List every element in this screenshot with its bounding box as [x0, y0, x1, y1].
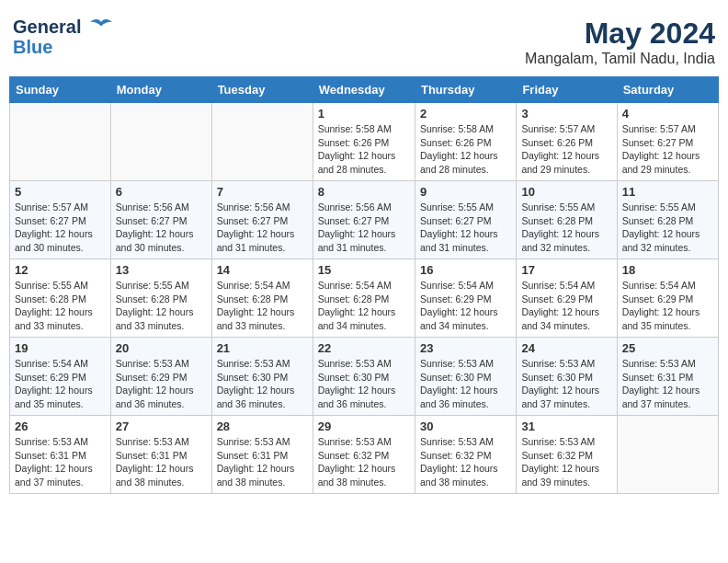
day-info: Sunrise: 5:58 AMSunset: 6:26 PMDaylight:… [420, 122, 511, 177]
calendar-cell: 28Sunrise: 5:53 AMSunset: 6:31 PMDayligh… [211, 416, 313, 494]
day-number: 16 [420, 263, 511, 277]
day-info: Sunrise: 5:54 AMSunset: 6:28 PMDaylight:… [217, 279, 308, 333]
calendar-cell: 6Sunrise: 5:56 AMSunset: 6:27 PMDaylight… [110, 181, 211, 259]
day-info: Sunrise: 5:53 AMSunset: 6:32 PMDaylight:… [420, 435, 511, 489]
calendar-cell: 23Sunrise: 5:53 AMSunset: 6:30 PMDayligh… [415, 338, 516, 416]
day-number: 20 [116, 341, 207, 355]
day-info: Sunrise: 5:55 AMSunset: 6:28 PMDaylight:… [15, 279, 106, 333]
day-info: Sunrise: 5:54 AMSunset: 6:29 PMDaylight:… [521, 279, 611, 333]
day-number: 1 [318, 107, 410, 121]
calendar-week-row: 5Sunrise: 5:57 AMSunset: 6:27 PMDaylight… [10, 181, 719, 259]
calendar-cell: 21Sunrise: 5:53 AMSunset: 6:30 PMDayligh… [211, 338, 313, 416]
day-info: Sunrise: 5:55 AMSunset: 6:28 PMDaylight:… [116, 279, 207, 333]
weekday-header: Friday [517, 77, 617, 103]
weekday-header: Sunday [10, 77, 111, 103]
day-number: 14 [217, 263, 308, 277]
calendar-cell: 16Sunrise: 5:54 AMSunset: 6:29 PMDayligh… [415, 259, 516, 338]
calendar-cell: 31Sunrise: 5:53 AMSunset: 6:32 PMDayligh… [517, 416, 617, 494]
title-section: May 2024 Mangalam, Tamil Nadu, India [525, 17, 715, 67]
day-number: 28 [217, 419, 308, 433]
day-info: Sunrise: 5:57 AMSunset: 6:27 PMDaylight:… [622, 122, 713, 177]
day-info: Sunrise: 5:55 AMSunset: 6:28 PMDaylight:… [521, 201, 611, 255]
day-number: 21 [217, 341, 308, 355]
weekday-header: Monday [110, 77, 211, 103]
day-number: 30 [420, 419, 511, 433]
calendar-cell: 4Sunrise: 5:57 AMSunset: 6:27 PMDaylight… [617, 103, 718, 181]
day-info: Sunrise: 5:53 AMSunset: 6:31 PMDaylight:… [622, 357, 713, 411]
calendar-cell: 3Sunrise: 5:57 AMSunset: 6:26 PMDaylight… [517, 103, 617, 181]
day-number: 4 [622, 107, 713, 121]
day-info: Sunrise: 5:55 AMSunset: 6:28 PMDaylight:… [622, 201, 713, 255]
main-title: May 2024 [525, 17, 715, 51]
day-number: 13 [116, 263, 207, 277]
calendar-week-row: 26Sunrise: 5:53 AMSunset: 6:31 PMDayligh… [10, 416, 719, 494]
calendar-cell: 13Sunrise: 5:55 AMSunset: 6:28 PMDayligh… [110, 259, 211, 338]
calendar-cell [10, 103, 111, 181]
day-number: 9 [420, 185, 511, 199]
day-number: 22 [318, 341, 410, 355]
day-info: Sunrise: 5:57 AMSunset: 6:26 PMDaylight:… [521, 122, 611, 177]
day-info: Sunrise: 5:54 AMSunset: 6:29 PMDaylight:… [622, 279, 713, 333]
calendar-cell: 20Sunrise: 5:53 AMSunset: 6:29 PMDayligh… [110, 338, 211, 416]
calendar-cell: 10Sunrise: 5:55 AMSunset: 6:28 PMDayligh… [517, 181, 617, 259]
calendar-cell: 19Sunrise: 5:54 AMSunset: 6:29 PMDayligh… [10, 338, 111, 416]
logo: General Blue [13, 17, 114, 58]
day-info: Sunrise: 5:53 AMSunset: 6:31 PMDaylight:… [217, 435, 308, 489]
calendar-cell: 5Sunrise: 5:57 AMSunset: 6:27 PMDaylight… [10, 181, 111, 259]
day-info: Sunrise: 5:57 AMSunset: 6:27 PMDaylight:… [15, 201, 106, 255]
calendar-cell [110, 103, 211, 181]
day-number: 8 [318, 185, 410, 199]
calendar-cell: 26Sunrise: 5:53 AMSunset: 6:31 PMDayligh… [10, 416, 111, 494]
calendar-week-row: 1Sunrise: 5:58 AMSunset: 6:26 PMDaylight… [10, 103, 719, 181]
day-info: Sunrise: 5:54 AMSunset: 6:29 PMDaylight:… [15, 357, 106, 411]
day-number: 3 [521, 107, 611, 121]
calendar-cell: 14Sunrise: 5:54 AMSunset: 6:28 PMDayligh… [211, 259, 313, 338]
day-number: 15 [318, 263, 410, 277]
page-header: General Blue May 2024 Mangalam, Tamil Na… [9, 9, 719, 71]
calendar-cell: 12Sunrise: 5:55 AMSunset: 6:28 PMDayligh… [10, 259, 111, 338]
day-info: Sunrise: 5:56 AMSunset: 6:27 PMDaylight:… [116, 201, 207, 255]
logo-bird-icon [88, 18, 114, 39]
day-number: 23 [420, 341, 511, 355]
day-info: Sunrise: 5:53 AMSunset: 6:32 PMDaylight:… [521, 435, 611, 489]
calendar-cell: 30Sunrise: 5:53 AMSunset: 6:32 PMDayligh… [415, 416, 516, 494]
day-info: Sunrise: 5:53 AMSunset: 6:31 PMDaylight:… [116, 435, 207, 489]
weekday-header: Thursday [415, 77, 516, 103]
day-info: Sunrise: 5:53 AMSunset: 6:30 PMDaylight:… [217, 357, 308, 411]
day-info: Sunrise: 5:54 AMSunset: 6:29 PMDaylight:… [420, 279, 511, 333]
day-number: 26 [15, 419, 106, 433]
calendar-cell: 27Sunrise: 5:53 AMSunset: 6:31 PMDayligh… [110, 416, 211, 494]
calendar-week-row: 19Sunrise: 5:54 AMSunset: 6:29 PMDayligh… [10, 338, 719, 416]
calendar-cell: 18Sunrise: 5:54 AMSunset: 6:29 PMDayligh… [617, 259, 718, 338]
calendar-week-row: 12Sunrise: 5:55 AMSunset: 6:28 PMDayligh… [10, 259, 719, 338]
calendar-cell: 8Sunrise: 5:56 AMSunset: 6:27 PMDaylight… [313, 181, 415, 259]
calendar-table: SundayMondayTuesdayWednesdayThursdayFrid… [9, 76, 719, 494]
day-info: Sunrise: 5:55 AMSunset: 6:27 PMDaylight:… [420, 201, 511, 255]
calendar-cell: 29Sunrise: 5:53 AMSunset: 6:32 PMDayligh… [313, 416, 415, 494]
day-number: 17 [521, 263, 611, 277]
day-number: 27 [116, 419, 207, 433]
day-info: Sunrise: 5:53 AMSunset: 6:30 PMDaylight:… [318, 357, 410, 411]
calendar-cell: 1Sunrise: 5:58 AMSunset: 6:26 PMDaylight… [313, 103, 415, 181]
calendar-cell: 7Sunrise: 5:56 AMSunset: 6:27 PMDaylight… [211, 181, 313, 259]
logo-text: General [13, 17, 114, 39]
day-info: Sunrise: 5:53 AMSunset: 6:30 PMDaylight:… [521, 357, 611, 411]
weekday-header: Saturday [617, 77, 718, 103]
day-number: 6 [116, 185, 207, 199]
calendar-cell: 15Sunrise: 5:54 AMSunset: 6:28 PMDayligh… [313, 259, 415, 338]
day-number: 19 [15, 341, 106, 355]
day-number: 25 [622, 341, 713, 355]
day-number: 11 [622, 185, 713, 199]
day-number: 7 [217, 185, 308, 199]
subtitle: Mangalam, Tamil Nadu, India [525, 51, 715, 67]
weekday-header: Tuesday [211, 77, 313, 103]
day-info: Sunrise: 5:56 AMSunset: 6:27 PMDaylight:… [318, 201, 410, 255]
weekday-header: Wednesday [313, 77, 415, 103]
weekday-header-row: SundayMondayTuesdayWednesdayThursdayFrid… [10, 77, 719, 103]
day-number: 10 [521, 185, 611, 199]
day-info: Sunrise: 5:53 AMSunset: 6:32 PMDaylight:… [318, 435, 410, 489]
calendar-cell: 24Sunrise: 5:53 AMSunset: 6:30 PMDayligh… [517, 338, 617, 416]
calendar-cell: 25Sunrise: 5:53 AMSunset: 6:31 PMDayligh… [617, 338, 718, 416]
day-info: Sunrise: 5:54 AMSunset: 6:28 PMDaylight:… [318, 279, 410, 333]
day-number: 2 [420, 107, 511, 121]
